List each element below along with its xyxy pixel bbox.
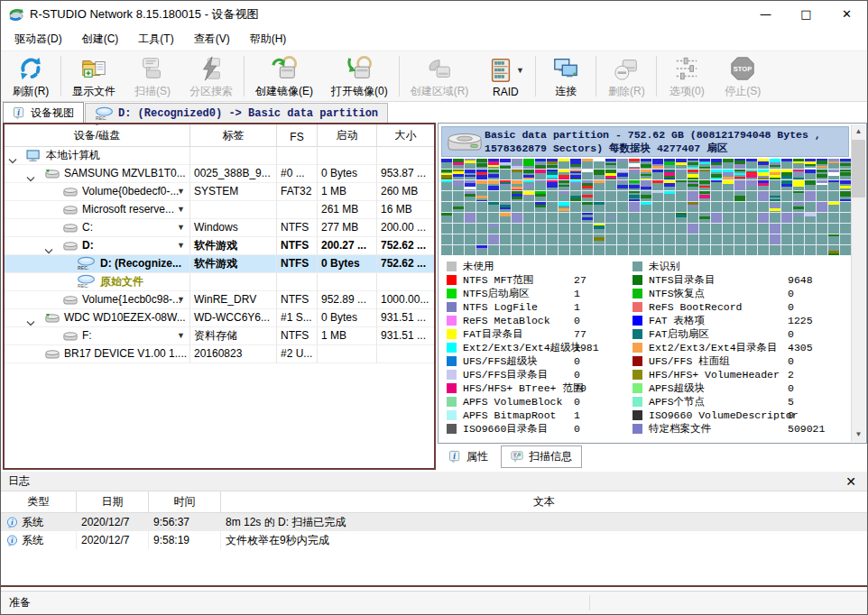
scan-block[interactable]: [676, 159, 687, 169]
scan-block[interactable]: [746, 245, 757, 255]
scan-block[interactable]: [465, 170, 476, 179]
scan-block[interactable]: [758, 224, 769, 234]
scan-block[interactable]: [711, 202, 722, 212]
scan-block[interactable]: [523, 224, 534, 234]
scan-block[interactable]: [441, 191, 452, 201]
scan-block[interactable]: [441, 170, 452, 179]
scan-block[interactable]: [547, 213, 558, 223]
scan-block[interactable]: [793, 159, 804, 169]
scan-block[interactable]: [523, 180, 534, 190]
scan-block[interactable]: [465, 224, 476, 234]
scan-block[interactable]: [840, 234, 851, 244]
scan-block[interactable]: [512, 202, 522, 212]
scan-block[interactable]: [453, 159, 464, 169]
scan-block[interactable]: [547, 191, 558, 201]
scan-block[interactable]: [547, 245, 558, 255]
row-dropdown-icon[interactable]: ▼: [177, 237, 185, 254]
scan-block[interactable]: [746, 191, 757, 201]
scan-block[interactable]: [817, 191, 827, 201]
tree-row-0[interactable]: 本地计算机: [5, 147, 434, 165]
scan-block[interactable]: [605, 191, 616, 201]
chevron-down-icon[interactable]: [8, 152, 17, 165]
scan-block[interactable]: [605, 180, 616, 190]
tree-row-11[interactable]: BR17 DEVICE V1.00 1....20160823#2 U...: [5, 345, 434, 363]
scan-block[interactable]: [711, 191, 722, 201]
scan-block[interactable]: [605, 224, 616, 234]
scan-block[interactable]: [699, 224, 710, 234]
toolbar-button-raid[interactable]: ▼RAID: [477, 51, 533, 101]
scan-block[interactable]: [582, 191, 593, 201]
log-column-header[interactable]: 文本: [221, 491, 867, 512]
scan-block[interactable]: [535, 213, 546, 223]
menu-item-4[interactable]: 帮助(H): [240, 29, 297, 50]
scan-block[interactable]: [770, 159, 780, 169]
scan-block[interactable]: [441, 202, 452, 212]
scan-block[interactable]: [758, 170, 769, 179]
scan-block[interactable]: [711, 224, 722, 234]
scan-block[interactable]: [488, 159, 499, 169]
scan-block[interactable]: [688, 191, 698, 201]
scan-block[interactable]: [476, 170, 487, 179]
scan-block[interactable]: [817, 224, 827, 234]
log-row-1[interactable]: i系统2020/12/79:58:19文件枚举在9秒内完成: [1, 531, 867, 549]
scan-block[interactable]: [629, 234, 640, 244]
scan-block[interactable]: [746, 170, 757, 179]
scroll-thumb[interactable]: [852, 140, 865, 197]
scan-block[interactable]: [523, 213, 534, 223]
menu-item-3[interactable]: 查看(V): [184, 29, 240, 50]
subtab-0[interactable]: i属性: [439, 445, 497, 468]
scan-block[interactable]: [758, 245, 769, 255]
scan-block[interactable]: [723, 234, 734, 244]
scan-block[interactable]: [594, 245, 605, 255]
scan-block[interactable]: [582, 213, 593, 223]
scan-block[interactable]: [535, 224, 546, 234]
tree-row-9[interactable]: WDC WD10EZEX-08W...WD-WCC6Y6...#1 S...0 …: [5, 309, 434, 327]
scan-block[interactable]: [840, 180, 851, 190]
scan-block[interactable]: [488, 213, 499, 223]
scan-block[interactable]: [641, 180, 651, 190]
scan-block[interactable]: [476, 180, 487, 190]
scan-block[interactable]: [652, 213, 663, 223]
scan-block[interactable]: [793, 191, 804, 201]
scan-block[interactable]: [605, 234, 616, 244]
scan-block[interactable]: [664, 213, 675, 223]
scan-block[interactable]: [840, 191, 851, 201]
scan-block[interactable]: [711, 170, 722, 179]
scan-block[interactable]: [488, 234, 499, 244]
row-dropdown-icon[interactable]: ▼: [177, 219, 185, 236]
scan-block[interactable]: [664, 245, 675, 255]
scan-block[interactable]: [793, 245, 804, 255]
scan-block[interactable]: [723, 180, 734, 190]
scan-block[interactable]: [547, 224, 558, 234]
scan-block[interactable]: [676, 224, 687, 234]
scan-block[interactable]: [500, 159, 511, 169]
scan-block[interactable]: [805, 180, 816, 190]
scan-block[interactable]: [734, 202, 745, 212]
scan-block[interactable]: [488, 245, 499, 255]
scan-block[interactable]: [512, 224, 522, 234]
scan-block[interactable]: [523, 202, 534, 212]
tree-column-header[interactable]: 标签: [190, 124, 277, 146]
scan-block[interactable]: [617, 170, 628, 179]
scan-block[interactable]: [559, 159, 569, 169]
log-column-header[interactable]: 时间: [149, 491, 221, 512]
scan-block[interactable]: [535, 159, 546, 169]
scan-block[interactable]: [570, 191, 581, 201]
scan-block[interactable]: [781, 224, 792, 234]
scan-block[interactable]: [840, 202, 851, 212]
scan-block[interactable]: [781, 213, 792, 223]
scan-block[interactable]: [652, 202, 663, 212]
scan-block[interactable]: [559, 170, 569, 179]
scan-block[interactable]: [711, 213, 722, 223]
menu-item-1[interactable]: 创建(C): [72, 29, 129, 50]
scan-block[interactable]: [570, 202, 581, 212]
tree-row-4[interactable]: C:▼WindowsNTFS277 MB200.00 ...: [5, 219, 434, 237]
scan-block[interactable]: [641, 170, 651, 179]
scan-block[interactable]: [476, 191, 487, 201]
scan-block[interactable]: [617, 224, 628, 234]
scan-block[interactable]: [559, 202, 569, 212]
scan-block[interactable]: [746, 159, 757, 169]
scan-block[interactable]: [629, 245, 640, 255]
scan-block[interactable]: [734, 180, 745, 190]
scan-block[interactable]: [512, 180, 522, 190]
